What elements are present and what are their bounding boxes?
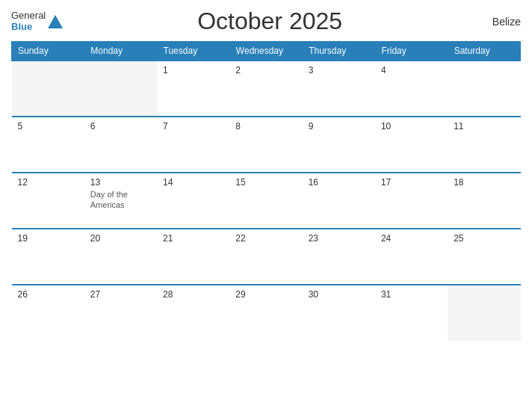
country-label: Belize	[476, 16, 521, 28]
cell-oct-16: 16	[303, 173, 375, 229]
cell-oct-30: 30	[303, 285, 375, 341]
cell-oct-31: 31	[375, 285, 448, 341]
header-friday: Friday	[375, 42, 448, 61]
cell-oct-11: 11	[448, 117, 520, 173]
cell-oct-2: 2	[229, 61, 302, 117]
cell-oct-8: 8	[229, 117, 302, 173]
cell-oct-17: 17	[375, 173, 448, 229]
cell-oct-23: 23	[303, 229, 375, 285]
header-wednesday: Wednesday	[229, 42, 302, 61]
cell-empty	[84, 61, 157, 117]
cell-oct-9: 9	[303, 117, 375, 173]
cell-oct-18: 18	[448, 173, 520, 229]
cell-oct-27: 27	[84, 285, 157, 341]
calendar-container: General Blue October 2025 Belize Sunday …	[0, 0, 532, 411]
logo-triangle-icon	[47, 13, 64, 30]
cell-oct-15: 15	[229, 173, 302, 229]
week-row-4: 19 20 21 22 23 24 25	[12, 229, 521, 285]
cell-oct-28: 28	[157, 285, 229, 341]
cell-oct-20: 20	[84, 229, 157, 285]
week-row-3: 12 13 Day of the Americas 14 15 16 17 18	[12, 173, 521, 229]
logo-general-text: General	[11, 10, 46, 21]
cell-oct-7: 7	[157, 117, 229, 173]
week-row-5: 26 27 28 29 30 31	[12, 285, 521, 341]
header-sunday: Sunday	[12, 42, 84, 61]
weekday-header-row: Sunday Monday Tuesday Wednesday Thursday…	[12, 42, 521, 61]
logo-blue-text: Blue	[11, 22, 46, 32]
cell-oct-19: 19	[12, 229, 84, 285]
cell-oct-29: 29	[229, 285, 302, 341]
cell-oct-21: 21	[157, 229, 229, 285]
cell-oct-22: 22	[229, 229, 302, 285]
cell-oct-14: 14	[157, 173, 229, 229]
cell-oct-26: 26	[12, 285, 84, 341]
event-day-of-americas: Day of the Americas	[90, 189, 151, 211]
cell-oct-6: 6	[84, 117, 157, 173]
cell-oct-24: 24	[375, 229, 448, 285]
cell-oct-3: 3	[303, 61, 375, 117]
week-row-2: 5 6 7 8 9 10 11	[12, 117, 521, 173]
cell-oct-1: 1	[157, 61, 229, 117]
svg-marker-0	[48, 15, 63, 28]
cell-empty	[12, 61, 84, 117]
cell-empty	[448, 285, 520, 341]
header-saturday: Saturday	[448, 42, 520, 61]
calendar-table: Sunday Monday Tuesday Wednesday Thursday…	[11, 41, 521, 341]
logo: General Blue	[11, 10, 64, 32]
month-title: October 2025	[64, 7, 476, 35]
calendar-header: General Blue October 2025 Belize	[11, 7, 521, 35]
cell-oct-25: 25	[448, 229, 520, 285]
header-tuesday: Tuesday	[157, 42, 229, 61]
cell-oct-13: 13 Day of the Americas	[84, 173, 157, 229]
cell-oct-12: 12	[12, 173, 84, 229]
cell-oct-5: 5	[12, 117, 84, 173]
header-monday: Monday	[84, 42, 157, 61]
cell-oct-4: 4	[375, 61, 448, 117]
week-row-1: 1 2 3 4	[12, 61, 521, 117]
header-thursday: Thursday	[303, 42, 375, 61]
cell-oct-10: 10	[375, 117, 448, 173]
